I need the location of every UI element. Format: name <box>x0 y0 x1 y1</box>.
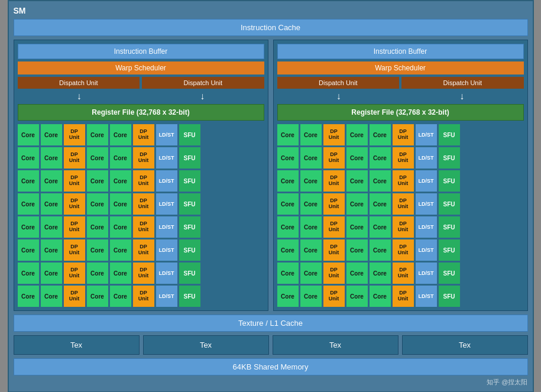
sfu-cell: SFU <box>179 239 200 261</box>
texture-cache: Texture / L1 Cache <box>14 315 528 332</box>
dp-cell: DPUnit <box>323 216 345 238</box>
dp-cell: DPUnit <box>393 239 414 261</box>
core-cell: Core <box>277 193 299 215</box>
tex-unit-3: Tex <box>273 335 399 355</box>
instruction-cache: Instruction Cache <box>14 19 528 36</box>
core-cell: Core <box>87 147 108 169</box>
left-warp-scheduler: Warp Scheduler <box>18 61 264 74</box>
dp-cell: DPUnit <box>133 124 154 145</box>
dp-cell: DPUnit <box>393 216 414 238</box>
dp-cell: DPUnit <box>64 124 85 145</box>
sfu-cell: SFU <box>179 170 200 192</box>
right-core-row-3: Core Core DPUnit Core Core DPUnit LD/ST … <box>277 170 524 192</box>
dp-cell: DPUnit <box>64 147 85 169</box>
left-core-row-1: Core Core DPUnit Core Core DPUnit LD/ST … <box>18 124 264 145</box>
core-cell: Core <box>87 263 108 284</box>
ldst-cell: LD/ST <box>156 193 177 215</box>
core-cell: Core <box>300 216 322 238</box>
core-cell: Core <box>110 286 131 307</box>
core-cell: Core <box>41 239 62 261</box>
dp-cell: DPUnit <box>133 170 154 192</box>
ldst-cell: LD/ST <box>416 216 437 238</box>
core-cell: Core <box>18 286 39 307</box>
left-core-row-4: Core Core DPUnit Core Core DPUnit LD/ST … <box>18 193 264 215</box>
dp-cell: DPUnit <box>133 239 154 261</box>
core-cell: Core <box>41 147 62 169</box>
right-core-row-1: Core Core DPUnit Core Core DPUnit LD/ST … <box>277 124 524 145</box>
dp-cell: DPUnit <box>133 216 154 238</box>
core-cell: Core <box>300 239 322 261</box>
ldst-cell: LD/ST <box>416 263 437 284</box>
core-cell: Core <box>277 170 299 192</box>
core-cell: Core <box>87 170 108 192</box>
right-dispatch-unit-2: Dispatch Unit <box>401 77 524 89</box>
ldst-cell: LD/ST <box>416 124 437 145</box>
tex-unit-1: Tex <box>14 335 140 355</box>
sfu-cell: SFU <box>179 286 200 307</box>
left-core-row-2: Core Core DPUnit Core Core DPUnit LD/ST … <box>18 147 264 169</box>
dp-cell: DPUnit <box>64 193 85 215</box>
sfu-cell: SFU <box>439 170 460 192</box>
core-cell: Core <box>370 170 391 192</box>
sfu-cell: SFU <box>179 147 200 169</box>
right-core-row-6: Core Core DPUnit Core Core DPUnit LD/ST … <box>277 239 524 261</box>
dp-cell: DPUnit <box>393 286 414 307</box>
core-cell: Core <box>370 286 391 307</box>
right-warp-scheduler: Warp Scheduler <box>277 61 524 74</box>
dp-cell: DPUnit <box>323 263 345 284</box>
right-core-row-4: Core Core DPUnit Core Core DPUnit LD/ST … <box>277 193 524 215</box>
left-core-row-6: Core Core DPUnit Core Core DPUnit LD/ST … <box>18 239 264 261</box>
sfu-cell: SFU <box>179 263 200 284</box>
dp-cell: DPUnit <box>323 170 345 192</box>
right-arrows: ↓↓ <box>277 91 524 102</box>
left-core-row-5: Core Core DPUnit Core Core DPUnit LD/ST … <box>18 216 264 238</box>
core-cell: Core <box>300 147 322 169</box>
core-cell: Core <box>346 263 368 284</box>
core-cell: Core <box>110 170 131 192</box>
core-cell: Core <box>18 216 39 238</box>
dp-cell: DPUnit <box>64 286 85 307</box>
core-cell: Core <box>87 216 108 238</box>
core-cell: Core <box>370 193 391 215</box>
core-cell: Core <box>346 124 368 145</box>
core-cell: Core <box>300 263 322 284</box>
dp-cell: DPUnit <box>64 216 85 238</box>
core-cell: Core <box>110 216 131 238</box>
ldst-cell: LD/ST <box>416 147 437 169</box>
core-cell: Core <box>110 239 131 261</box>
dp-cell: DPUnit <box>323 286 345 307</box>
left-dispatch-unit-1: Dispatch Unit <box>18 77 140 89</box>
dp-cell: DPUnit <box>393 124 414 145</box>
core-cell: Core <box>346 170 368 192</box>
core-cell: Core <box>87 193 108 215</box>
ldst-cell: LD/ST <box>156 239 177 261</box>
dp-cell: DPUnit <box>64 239 85 261</box>
core-cell: Core <box>370 239 391 261</box>
sfu-cell: SFU <box>179 193 200 215</box>
core-cell: Core <box>41 286 62 307</box>
ldst-cell: LD/ST <box>416 193 437 215</box>
core-cell: Core <box>18 124 39 145</box>
core-cell: Core <box>370 124 391 145</box>
core-cell: Core <box>370 263 391 284</box>
dp-cell: DPUnit <box>393 193 414 215</box>
tex-row: Tex Tex Tex Tex <box>14 335 528 355</box>
ldst-cell: LD/ST <box>156 147 177 169</box>
core-cell: Core <box>277 239 299 261</box>
dp-cell: DPUnit <box>323 193 345 215</box>
right-dispatch-unit-1: Dispatch Unit <box>277 77 400 89</box>
sfu-cell: SFU <box>439 147 460 169</box>
sfu-cell: SFU <box>179 124 200 145</box>
core-cell: Core <box>110 147 131 169</box>
core-cell: Core <box>18 170 39 192</box>
core-cell: Core <box>370 147 391 169</box>
core-cell: Core <box>346 286 368 307</box>
ldst-cell: LD/ST <box>156 124 177 145</box>
core-cell: Core <box>346 147 368 169</box>
core-cell: Core <box>300 193 322 215</box>
dp-cell: DPUnit <box>133 286 154 307</box>
left-arrows: ↓↓ <box>18 91 264 102</box>
left-half: Instruction Buffer Warp Scheduler Dispat… <box>14 40 268 311</box>
ldst-cell: LD/ST <box>156 170 177 192</box>
core-cell: Core <box>370 216 391 238</box>
